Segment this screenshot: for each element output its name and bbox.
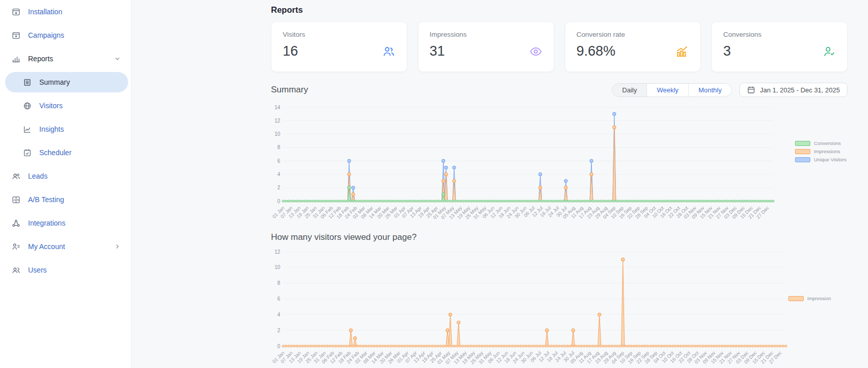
sidebar-item-label: My Account: [28, 242, 65, 251]
legend-label: Impressions: [814, 149, 840, 154]
impressions-chart: 02468101201 Jan07 Jan13 Jan19 Jan25 Jan3…: [271, 244, 848, 368]
my-account-icon: [11, 242, 20, 251]
stat-card-label: Impressions: [430, 31, 542, 38]
sidebar-item-insights[interactable]: Insights: [0, 117, 131, 141]
stat-card-value: 31: [430, 44, 445, 58]
globe-icon: [22, 102, 32, 110]
chevron-right-icon: [114, 243, 121, 250]
svg-text:12: 12: [275, 118, 281, 124]
sidebar-item-label: Leads: [28, 172, 47, 180]
stat-card-label: Conversions: [723, 31, 836, 38]
svg-text:12: 12: [275, 249, 281, 255]
legend-swatch: [795, 157, 810, 162]
calendar-icon: [747, 86, 755, 94]
sidebar-item-label: Summary: [39, 78, 70, 86]
date-range-label: Jan 1, 2025 - Dec 31, 2025: [760, 86, 840, 94]
svg-text:10: 10: [275, 264, 281, 270]
sidebar-item-scheduler[interactable]: Scheduler: [0, 141, 131, 164]
range-weekly-button[interactable]: Weekly: [647, 84, 688, 96]
summary-chart: 0246810121401 Jan07 Jan13 Jan19 Jan25 Ja…: [271, 99, 848, 226]
svg-text:14: 14: [275, 105, 281, 110]
leads-icon: [11, 172, 20, 181]
sidebar-item-campaigns[interactable]: Campaigns: [0, 23, 131, 47]
sidebar-item-ab-testing[interactable]: AB A/B Testing: [0, 188, 131, 211]
legend-item: Conversions: [795, 140, 847, 146]
svg-text:10: 10: [275, 131, 281, 137]
sidebar-item-visitors[interactable]: Visitors: [0, 94, 131, 117]
sidebar-item-label: Users: [28, 266, 47, 274]
svg-text:8: 8: [277, 144, 280, 150]
main-content: Reports Visitors 16 Impressions 31 Conve…: [271, 0, 848, 368]
page-title: Reports: [271, 5, 848, 15]
legend-swatch: [795, 141, 810, 146]
integrations-icon: [11, 219, 20, 228]
stat-card-conversions: Conversions 3: [711, 21, 848, 72]
stat-card-value: 3: [723, 44, 731, 58]
sidebar-item-label: Reports: [28, 55, 53, 63]
sidebar-item-installation[interactable]: Installation: [0, 0, 131, 23]
sidebar-item-label: Integrations: [28, 219, 65, 227]
summary-icon: [22, 78, 32, 87]
sidebar: Installation Campaigns Reports Summary: [0, 0, 132, 368]
users-icon: [11, 266, 20, 275]
sidebar-item-reports[interactable]: Reports: [0, 47, 131, 70]
legend-item: Impressions: [795, 149, 847, 154]
summary-chart-container: 0246810121401 Jan07 Jan13 Jan19 Jan25 Ja…: [271, 99, 848, 226]
sidebar-item-integrations[interactable]: Integrations: [0, 211, 131, 235]
summary-title: Summary: [271, 85, 308, 95]
stat-card-conversion-rate: Conversion rate 9.68%: [565, 21, 701, 72]
visitors-chart-title: How many visitors viewed your page?: [271, 232, 848, 242]
chart-controls: Daily Weekly Monthly Jan 1, 2025 - Dec 3…: [612, 83, 848, 97]
sidebar-item-summary[interactable]: Summary: [5, 72, 128, 92]
impressions-chart-container: 02468101201 Jan07 Jan13 Jan19 Jan25 Jan3…: [271, 244, 848, 368]
sidebar-item-label: Scheduler: [39, 149, 71, 157]
sidebar-item-label: A/B Testing: [28, 195, 64, 204]
legend-item: Impression: [788, 296, 831, 301]
range-monthly-button[interactable]: Monthly: [688, 84, 732, 96]
insights-icon: [22, 125, 32, 134]
sidebar-nav: Installation Campaigns Reports Summary: [0, 0, 131, 282]
legend-swatch: [788, 296, 804, 301]
sidebar-item-leads[interactable]: Leads: [0, 164, 131, 188]
svg-text:4: 4: [277, 312, 280, 317]
installation-icon: [11, 8, 20, 16]
svg-text:B: B: [17, 198, 19, 201]
stat-cards: Visitors 16 Impressions 31 Conversion ra…: [271, 21, 848, 72]
svg-text:2: 2: [277, 185, 280, 190]
chevron-down-icon: [114, 55, 121, 62]
sidebar-item-label: Visitors: [39, 102, 63, 110]
stat-card-visitors: Visitors 16: [271, 21, 407, 72]
range-toggle: Daily Weekly Monthly: [612, 83, 732, 97]
person-check-icon: [823, 45, 836, 58]
sidebar-item-label: Campaigns: [28, 31, 64, 39]
reports-icon: [11, 55, 20, 63]
scheduler-icon: [22, 149, 32, 157]
legend-label: Impression: [807, 296, 831, 301]
impressions-chart-legend: Impression: [788, 296, 831, 301]
eye-icon: [529, 45, 542, 58]
stat-card-value: 16: [283, 44, 298, 58]
svg-text:6: 6: [277, 158, 280, 164]
bar-chart-trend-icon: [676, 45, 689, 58]
summary-header: Summary Daily Weekly Monthly Jan 1, 2025…: [271, 82, 848, 97]
sidebar-item-label: Insights: [39, 125, 64, 133]
people-icon: [382, 45, 395, 58]
stat-card-value: 9.68%: [577, 44, 616, 58]
stat-card-label: Conversion rate: [577, 31, 689, 38]
summary-chart-legend: ConversionsImpressionsUnique Visitors: [795, 140, 847, 162]
legend-label: Conversions: [814, 140, 841, 146]
date-range-button[interactable]: Jan 1, 2025 - Dec 31, 2025: [739, 83, 848, 97]
legend-swatch: [795, 149, 810, 154]
svg-text:0: 0: [277, 199, 280, 204]
svg-text:6: 6: [277, 296, 280, 302]
svg-text:2: 2: [277, 328, 280, 333]
sidebar-item-my-account[interactable]: My Account: [0, 235, 131, 258]
sidebar-item-label: Installation: [28, 8, 62, 16]
legend-label: Unique Visitors: [814, 157, 847, 162]
range-daily-button[interactable]: Daily: [612, 84, 647, 96]
campaigns-icon: [11, 31, 20, 40]
ab-testing-icon: AB: [11, 195, 20, 204]
sidebar-item-users[interactable]: Users: [0, 258, 131, 282]
svg-text:8: 8: [277, 280, 280, 286]
legend-item: Unique Visitors: [795, 157, 847, 162]
